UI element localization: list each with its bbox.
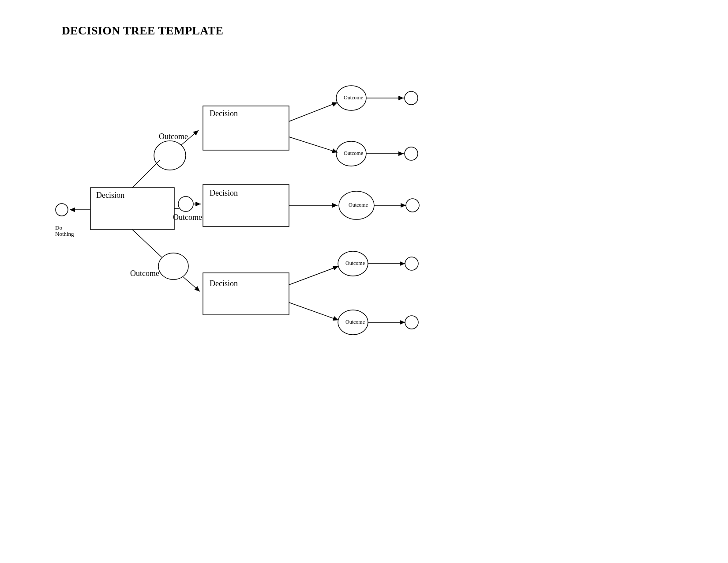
arrow-top-to-outcome1 <box>289 102 338 121</box>
arrow-top-to-outcome2 <box>289 137 338 152</box>
bot-outcome-label: Outcome <box>130 269 159 278</box>
arrow-bot-outcome-to-decision <box>183 277 200 291</box>
mid-outcome-node <box>178 196 193 212</box>
top-outcome2-label: Outcome <box>344 150 363 156</box>
top-decision-label: Decision <box>210 109 238 118</box>
bot-decision-label: Decision <box>210 279 238 288</box>
arrow-bot-to-outcome1 <box>289 266 338 285</box>
decision-tree-diagram: Do Nothing Decision Outcome Decision Out… <box>0 0 728 563</box>
bot-end2-node <box>405 316 418 329</box>
mid-end1-node <box>406 199 419 212</box>
mid-outcome1-label: Outcome <box>349 202 368 208</box>
mid-outcome-label: Outcome <box>173 213 202 222</box>
line-root-to-top-outcome <box>132 160 160 188</box>
do-nothing-node <box>56 204 68 216</box>
bot-outcome-node <box>158 253 188 280</box>
root-decision-label: Decision <box>96 191 124 200</box>
page: DECISION TREE TEMPLATE Do Nothing Decisi… <box>0 0 728 563</box>
bot-end1-node <box>405 257 418 270</box>
mid-decision-label: Decision <box>210 189 238 197</box>
line-root-to-bot-outcome <box>132 230 162 257</box>
top-outcome1-label: Outcome <box>344 94 363 101</box>
top-outcome-label: Outcome <box>159 132 188 141</box>
top-end1-node <box>405 91 418 105</box>
top-end2-node <box>405 147 418 160</box>
do-nothing-label: Do Nothing <box>55 224 74 237</box>
bot-outcome1-label: Outcome <box>345 260 365 266</box>
arrow-bot-to-outcome2 <box>289 302 338 320</box>
bot-outcome2-label: Outcome <box>345 319 365 325</box>
